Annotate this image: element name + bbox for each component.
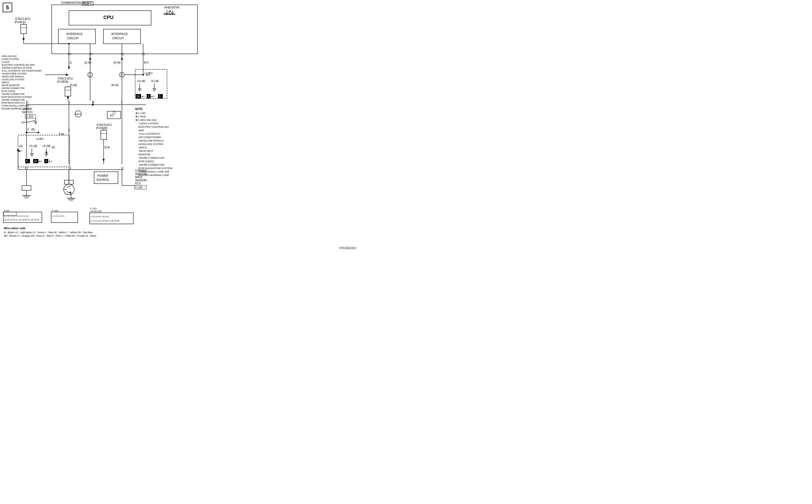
etacs2-fuse: (FUSE⑫) <box>57 80 68 83</box>
note3j: MONITOR <box>138 153 150 156</box>
wire-gw: (G-W) <box>84 61 91 64</box>
etacs2-wire2: (R-W) <box>111 84 118 87</box>
note3b: ELECTRIC CONTROLLED <box>138 125 169 128</box>
etacs3-label: ETACS-ECU <box>97 123 112 126</box>
svg-point-83 <box>46 152 47 153</box>
g-wire: (G) <box>19 145 23 148</box>
note3n: (FOR NAVIGATION SYSTEM) <box>138 167 172 170</box>
note3c: 4WD <box>138 129 144 132</box>
svg-marker-18 <box>121 57 123 60</box>
note3g: LEVELLING SYSTEM <box>138 143 163 145</box>
badge2a: 2 <box>148 95 149 98</box>
b-wire: (B) <box>31 128 35 131</box>
note3: ★3: ABS AND ASC <box>135 118 157 121</box>
svg-rect-92 <box>22 185 31 190</box>
c125-pins-bottom: 11 12 13 14 15 16 17 18 19 20 <box>90 220 120 222</box>
badge16a: 16 <box>136 95 140 98</box>
pin23: 23 <box>89 53 92 56</box>
etacs1-label: ETACS-ECU <box>15 17 30 20</box>
f2b1: <F>2B <box>137 80 145 83</box>
f2b4: <F>2B <box>42 145 50 148</box>
svg-point-70 <box>38 132 39 133</box>
star2b: ★2 <box>48 160 52 163</box>
pin12: 12 <box>68 167 72 170</box>
svg-rect-114 <box>3 212 42 223</box>
on-label: ON <box>34 121 37 124</box>
c103-bottom-label: C-103 <box>52 209 58 212</box>
interface1-label: INTERFACE <box>66 32 83 36</box>
ind-label: IND⑦ <box>75 113 81 116</box>
svg-marker-39 <box>67 97 69 99</box>
pin2: 2 <box>27 128 29 131</box>
note3m: ·SPARE CONNECTOR <box>138 163 164 166</box>
note1: ★1: LHD <box>135 112 145 114</box>
c03-pins-bottom: 13 14 15 16 17 18 19 20 21 22 23 24 <box>4 219 39 221</box>
rheostat-label: RHEOSTAT <box>164 6 180 9</box>
page: 5 COMBINATION METER C-03 RHEOSTAT CPU IN… <box>0 0 362 252</box>
f2b2: <F>2B <box>151 80 158 83</box>
wire-code-line2: BR : Brown O : Orange GR : Grey R : Red … <box>4 234 96 237</box>
note3o: ·TURN-SIGNAL LAMP AND <box>138 170 169 173</box>
note3e: AIR CONDITIONER <box>138 136 161 139</box>
pin3: 3 <box>121 101 122 104</box>
wire-rw: (R-W) <box>113 61 121 64</box>
sonar-connector: C-103 <box>26 115 33 118</box>
svg-marker-15 <box>89 57 91 60</box>
pin24: 24 <box>68 53 71 56</box>
badge5b: 5 <box>26 160 28 163</box>
svg-point-28 <box>68 43 70 45</box>
sonar-label: SONAR <box>23 108 32 110</box>
note-title: NOTE <box>135 108 143 110</box>
bw-wire2: B-W <box>105 146 110 149</box>
sonar-label2: SWITCH <box>22 111 32 114</box>
power-label: POWER <box>97 174 108 177</box>
circle6: 6 <box>121 73 122 76</box>
svg-line-100 <box>67 185 71 187</box>
svg-point-34 <box>142 74 144 76</box>
wire-g: G <box>70 61 72 64</box>
c125-sub: (MU801585) <box>90 210 102 213</box>
etacs2-wire: (G-W) <box>70 84 77 87</box>
wire-code-line1: B : Black LG : Light green G : Green L :… <box>4 231 92 234</box>
etacs3-fuse: (FUSE⑫) <box>96 127 107 130</box>
pin21: 21 <box>142 53 145 56</box>
svg-rect-116 <box>90 213 133 224</box>
star1a: ★1 <box>141 95 145 98</box>
svg-marker-102 <box>69 191 72 193</box>
left-list: ·ABS AND ASC ·AUDIO SYSTEM ·CLOCK ·ELECT… <box>1 55 42 110</box>
wiring-diagram: COMBINATION METER C-03 RHEOSTAT CPU INTE… <box>0 0 362 252</box>
etacs2-label: ETACS-ECU <box>58 77 73 80</box>
svg-rect-71 <box>101 130 107 140</box>
f2b3: <F>2B <box>29 145 37 148</box>
cpu-label: CPU <box>103 15 113 20</box>
pin1: 1 <box>27 101 29 104</box>
ecu-label: ECU <box>135 182 141 185</box>
interface2-label2: CIRCUIT <box>112 37 124 40</box>
svg-rect-109 <box>94 172 118 184</box>
note2: ★2: RHD <box>135 115 146 118</box>
note3p: HAZARD WARNING LAMP <box>138 174 169 176</box>
star2a: ★2 <box>151 95 154 98</box>
svg-marker-75 <box>103 159 105 162</box>
c03-bottom-label: C-03 <box>4 209 9 212</box>
pin5: 5 <box>68 101 70 104</box>
back-sensor-label2: SENSOR- <box>135 179 147 182</box>
svg-marker-21 <box>68 65 70 68</box>
interface2-label: INTERFACE <box>111 32 128 36</box>
lhd2: <LHD> <box>36 138 44 140</box>
note3l: (FOR AUDIO) <box>138 160 154 163</box>
part-number: H7G15E13CC <box>339 247 356 250</box>
note3i: ·REAR SEAT <box>138 149 153 152</box>
c125-pins-top: 1 2 3 4 5 6 7 8 9 10 <box>90 215 109 218</box>
c03-ref: C-03 <box>83 2 89 5</box>
svg-marker-122 <box>17 148 19 151</box>
note3d: ·FULL AUTOMATIC <box>138 132 160 135</box>
lhd1: <LHD> <box>144 72 153 75</box>
pin6: 6 <box>68 129 70 132</box>
note3a: ·AUDIO SYSTEM <box>138 122 158 125</box>
wire-br: B-R <box>144 61 148 64</box>
p-wire: (P) <box>52 146 55 149</box>
off-label: OFF <box>21 121 26 124</box>
svg-rect-35 <box>65 87 71 96</box>
c125-label: C-125 <box>135 186 143 189</box>
